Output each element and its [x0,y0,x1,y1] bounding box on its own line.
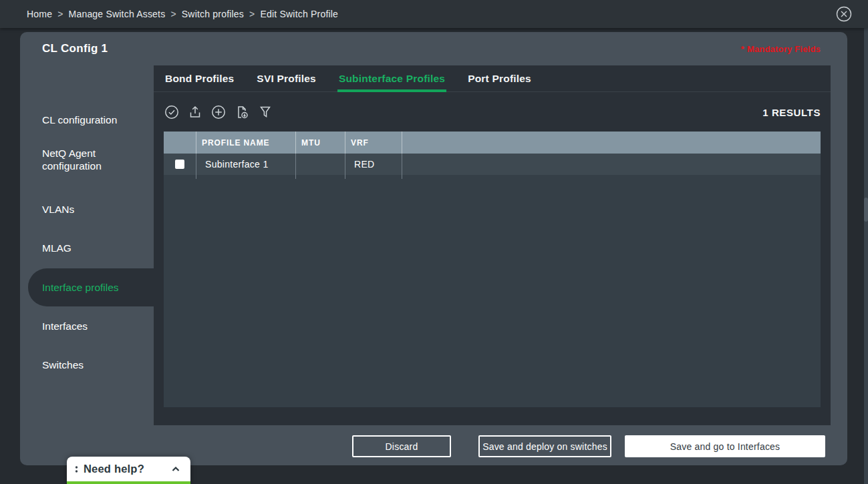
breadcrumb-manage-switch-assets[interactable]: Manage Switch Assets [69,9,166,19]
upload-icon[interactable] [187,104,203,120]
scrollbar-thumb[interactable] [864,198,868,222]
tab-bond-profiles[interactable]: Bond Profiles [164,65,235,92]
cell-vrf: RED [345,154,402,175]
close-icon[interactable] [836,6,852,22]
help-accent-bar [67,481,190,484]
export-file-icon[interactable] [234,104,250,120]
sidebar-item-switches[interactable]: Switches [42,358,149,371]
discard-button[interactable]: Discard [352,435,451,457]
sidebar-item-interfaces[interactable]: Interfaces [42,320,149,332]
interface-profiles-content: Bond Profiles SVI Profiles Subinterface … [154,65,831,425]
page-scrollbar[interactable] [864,28,868,484]
mandatory-fields-note: * Mandatory Fields [741,44,821,54]
breadcrumb-edit-switch-profile: Edit Switch Profile [260,9,338,19]
profile-tabs: Bond Profiles SVI Profiles Subinterface … [154,65,831,92]
header-profile-name[interactable]: PROFILE NAME [196,132,296,154]
tab-subinterface-profiles[interactable]: Subinterface Profiles [337,65,446,92]
subinterface-profiles-table: PROFILE NAME MTU VRF Subinterface 1 RED [164,132,821,407]
top-bar: Home > Manage Switch Assets > Switch pro… [0,0,868,28]
sidebar-item-mlag[interactable]: MLAG [42,242,149,254]
cell-spacer [402,154,821,175]
cell-profile-name: Subinterface 1 [196,154,296,175]
filter-icon[interactable] [257,104,273,120]
column-divider-stub [164,175,821,179]
add-icon[interactable] [210,104,227,120]
header-spacer [402,132,821,154]
save-and-go-to-interfaces-button[interactable]: Save and go to Interfaces [625,435,825,457]
edit-switch-profile-panel: CL Config 1 * Mandatory Fields CL config… [20,32,847,465]
table-header-row: PROFILE NAME MTU VRF [164,132,821,154]
sidebar-item-cl-configuration[interactable]: CL configuration [42,113,149,126]
breadcrumb-separator: > [249,9,255,19]
tab-port-profiles[interactable]: Port Profiles [466,65,533,92]
row-checkbox-cell [164,154,196,175]
header-vrf[interactable]: VRF [345,132,402,154]
chevron-up-icon[interactable] [170,464,181,475]
header-mtu[interactable]: MTU [296,132,345,154]
row-checkbox[interactable] [175,160,184,169]
sidebar-item-interface-profiles[interactable]: Interface profiles [42,281,149,294]
breadcrumb-separator: > [57,9,63,19]
sidebar-item-vlans[interactable]: VLANs [42,203,149,216]
need-help-label: Need help? [84,463,144,475]
drag-dots-icon [75,464,78,475]
select-all-icon[interactable] [164,104,180,120]
need-help-widget[interactable]: Need help? [67,457,190,484]
table-toolbar: 1 RESULTS [154,93,831,132]
header-checkbox-column [164,132,196,154]
tab-svi-profiles[interactable]: SVI Profiles [255,65,317,92]
breadcrumb-separator: > [170,9,176,19]
save-and-deploy-button[interactable]: Save and deploy on switches [478,435,611,457]
page-title: CL Config 1 [42,42,108,55]
breadcrumb: Home > Manage Switch Assets > Switch pro… [27,9,338,19]
cell-mtu [296,154,345,175]
breadcrumb-switch-profiles[interactable]: Switch profiles [182,9,244,19]
results-count: 1 RESULTS [762,107,821,118]
table-row[interactable]: Subinterface 1 RED [164,154,821,175]
sidebar-item-netq-agent-configuration[interactable]: NetQ Agent configuration [42,147,136,172]
breadcrumb-home[interactable]: Home [27,9,52,19]
